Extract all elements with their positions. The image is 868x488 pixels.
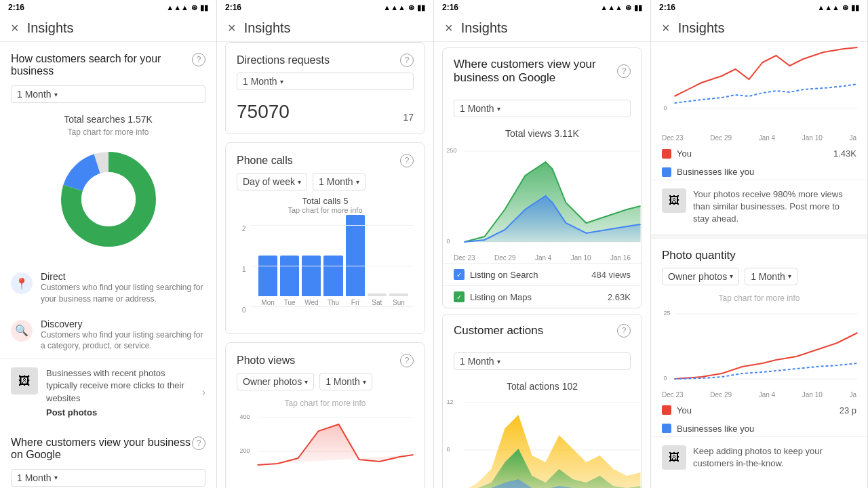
bar-wed: Wed [302, 256, 321, 306]
where-area-chart[interactable]: 250 0 [443, 142, 642, 250]
svg-text:0: 0 [664, 375, 667, 382]
phone-help[interactable]: ? [400, 154, 414, 167]
phone-month-dropdown[interactable]: 1 Month ▾ [313, 173, 366, 190]
direct-title: Direct [41, 271, 205, 282]
svg-point-3 [81, 172, 136, 226]
bar-sat-rect [368, 293, 387, 296]
top-line-chart[interactable]: 0 [651, 42, 867, 130]
panel-4: 2:16 ▲▲▲ ⊛ ▮▮ × Insights 0 Dec 23 [651, 0, 868, 488]
legend-bizlike: Businesses like you [651, 161, 867, 180]
signal-icon-4: ▲▲▲ [817, 3, 840, 12]
status-bar-2: 2:16 ▲▲▲ ⊛ ▮▮ [217, 0, 433, 15]
promo-chevron: › [202, 386, 205, 399]
close-button-2[interactable]: × [228, 20, 236, 36]
bar-sat: Sat [368, 293, 387, 306]
direct-desc: Customers who find your listing searchin… [41, 282, 205, 305]
battery-icon-2: ▮▮ [417, 3, 425, 12]
wifi-icon-3: ⊛ [625, 3, 631, 12]
search-month-dropdown[interactable]: 1 Month ▾ [11, 85, 205, 103]
checkbox-maps-label: Listing on Maps [470, 292, 532, 302]
legend-you: You 1.43K [651, 143, 867, 161]
where-title: Where customers view your business on Go… [11, 436, 192, 461]
where-card-header: Where customers view your business on Go… [443, 48, 642, 94]
directions-small: 17 [403, 112, 414, 123]
top-bar-1: × Insights [0, 15, 216, 42]
where-x-labels: Dec 23 Dec 29 Jan 4 Jan 10 Jan 16 [443, 253, 642, 263]
bar-thu: Thu [323, 256, 342, 306]
bizlike-dot [662, 167, 671, 177]
legend-discovery: 🔍 Discovery Customers who find your list… [0, 312, 216, 359]
directions-card: Directions requests ? 1 Month ▾ 75070 17 [225, 42, 425, 134]
photo-views-month-dropdown[interactable]: 1 Month ▾ [319, 373, 372, 390]
close-button-4[interactable]: × [662, 20, 670, 36]
battery-icon-3: ▮▮ [634, 3, 642, 12]
photo-views-owner-dropdown[interactable]: Owner photos ▾ [237, 373, 314, 390]
where-section-header: Where customers view your business on Go… [0, 426, 216, 464]
status-bar-1: 2:16 ▲▲▲ ⊛ ▮▮ [0, 0, 216, 15]
panel-2: 2:16 ▲▲▲ ⊛ ▮▮ × Insights Directions requ… [217, 0, 434, 488]
svg-text:25: 25 [664, 310, 671, 317]
where-month-dropdown[interactable]: 1 Month ▾ [11, 469, 205, 487]
post-photos-link[interactable]: Post photos [46, 407, 194, 418]
photo-promo-icon: 🖼 [11, 367, 38, 394]
directions-dropdown[interactable]: 1 Month ▾ [237, 73, 414, 90]
wifi-icon-4: ⊛ [842, 3, 848, 12]
actions-chart[interactable]: 12 6 0 [443, 394, 642, 488]
photo-views-chart[interactable]: 400 200 [237, 411, 414, 479]
panel-3: 2:16 ▲▲▲ ⊛ ▮▮ × Insights Where customers… [434, 0, 651, 488]
status-icons-2: ▲▲▲ ⊛ ▮▮ [383, 3, 425, 12]
wifi-icon: ⊛ [191, 3, 197, 12]
direct-icon: 📍 [11, 272, 33, 294]
checkbox-search-box[interactable]: ✓ [454, 269, 465, 280]
photo-qty-chart[interactable]: 25 0 [651, 306, 867, 387]
photo-promo-text: Businesses with recent photos typically … [46, 367, 194, 405]
close-button-3[interactable]: × [445, 20, 453, 36]
svg-text:0: 0 [447, 238, 450, 245]
directions-help[interactable]: ? [400, 54, 414, 67]
time-2: 2:16 [225, 3, 241, 12]
divider-1 [651, 234, 867, 239]
bizlike-label: Businesses like you [677, 167, 856, 177]
legend-you-2: You 23 p [651, 400, 867, 418]
photo-promo: 🖼 Businesses with recent photos typicall… [0, 359, 216, 426]
bar-tue: Tue [280, 256, 299, 306]
photo-qty-title: Photo quantity [651, 239, 867, 262]
directions-number: 75070 [237, 101, 290, 123]
top-bar-2: × Insights [217, 15, 433, 42]
customer-actions-card: Customer actions ? 1 Month ▾ Total actio… [442, 314, 642, 488]
bar-fri: Fri [346, 215, 365, 306]
bar-tue-rect [280, 256, 299, 296]
search-title: How customers search for your business [11, 53, 192, 77]
actions-title: Customer actions [454, 324, 543, 338]
page-title-2: Insights [244, 20, 291, 36]
page-title-4: Insights [678, 20, 725, 36]
page-title-1: Insights [27, 20, 74, 36]
status-icons-3: ▲▲▲ ⊛ ▮▮ [600, 3, 642, 12]
status-icons-4: ▲▲▲ ⊛ ▮▮ [817, 3, 859, 12]
actions-total: Total actions 102 [443, 375, 642, 394]
directions-title: Directions requests ? [237, 54, 414, 67]
search-help-icon[interactable]: ? [192, 53, 205, 66]
status-icons-1: ▲▲▲ ⊛ ▮▮ [166, 3, 208, 12]
svg-text:250: 250 [447, 147, 457, 154]
bar-sun: Sun [389, 293, 408, 306]
phone-day-dropdown[interactable]: Day of week ▾ [237, 173, 307, 190]
where-card-help[interactable]: ? [617, 64, 631, 78]
bar-wed-rect [302, 256, 321, 296]
donut-subtitle: Tap chart for more info [67, 127, 149, 137]
checkbox-maps-box[interactable]: ✓ [454, 291, 465, 302]
where-card-dropdown[interactable]: 1 Month ▾ [454, 100, 631, 117]
bar-mon-rect [258, 256, 277, 296]
actions-dropdown[interactable]: 1 Month ▾ [454, 352, 631, 370]
close-button-1[interactable]: × [11, 20, 19, 36]
photo-views-help[interactable]: ? [400, 354, 414, 367]
where-help-icon[interactable]: ? [192, 436, 205, 450]
discovery-icon: 🔍 [11, 320, 33, 342]
phone-tap-hint: Tap chart for more info [237, 206, 414, 214]
donut-svg[interactable] [54, 145, 163, 253]
actions-help[interactable]: ? [617, 324, 631, 338]
you-value: 1.43K [833, 148, 856, 159]
photo-qty-owner-dropdown[interactable]: Owner photos ▾ [662, 268, 739, 285]
photo-qty-month-dropdown[interactable]: 1 Month ▾ [745, 268, 797, 285]
status-bar-4: 2:16 ▲▲▲ ⊛ ▮▮ [651, 0, 867, 15]
